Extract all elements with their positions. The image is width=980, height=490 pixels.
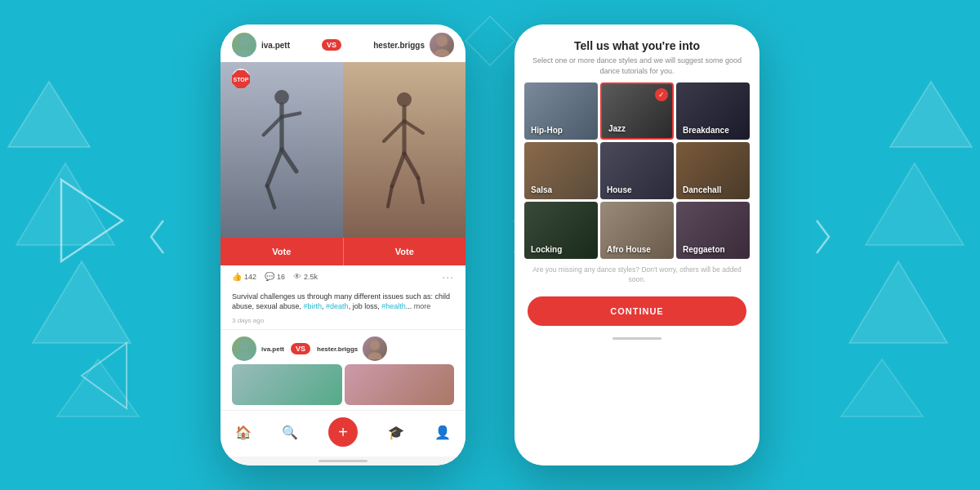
continue-button[interactable]: CONTINUE	[528, 296, 746, 326]
battle-image-right	[343, 62, 466, 238]
hashtag-health: #health	[381, 302, 406, 310]
dancer-silhouette-right	[343, 62, 466, 238]
genre-afrohouse-bg: Afro House	[600, 202, 674, 259]
comments-stat: 💬 16	[265, 272, 285, 281]
vote-button-left[interactable]: Vote	[220, 238, 343, 265]
nav-search[interactable]: 🔍	[282, 425, 298, 440]
genre-salsa-bg: Salsa	[524, 142, 598, 199]
hashtag-birth: #birth	[304, 302, 323, 310]
genre-subtitle: Select one or more dance styles and we w…	[531, 56, 743, 76]
home-indicator	[318, 460, 368, 462]
home-indicator-right	[612, 337, 662, 340]
second-battle-preview: iva.pett VS hester.briggs	[220, 329, 466, 364]
svg-line-29	[418, 178, 423, 203]
genre-reggaeton[interactable]: Reggaeton	[676, 202, 750, 259]
user-right-info: hester.briggs	[373, 33, 454, 57]
vs-badge2: VS	[291, 343, 310, 354]
genre-hiphop[interactable]: Hip-Hop	[524, 82, 598, 140]
svg-line-18	[282, 114, 300, 117]
genre-house[interactable]: House	[600, 142, 674, 199]
dancer-silhouette-left	[220, 62, 343, 238]
svg-line-28	[404, 154, 418, 178]
genre-afrohouse[interactable]: Afro House	[600, 202, 674, 259]
genre-hiphop-bg: Hip-Hop	[524, 82, 598, 140]
svg-point-32	[370, 341, 380, 350]
avatar2-left	[232, 336, 256, 361]
genre-header: Tell us what you're into Select one or m…	[514, 24, 760, 82]
vote-row: Vote Vote	[220, 238, 466, 265]
more-options[interactable]: ···	[442, 270, 454, 283]
genre-locking[interactable]: Locking	[524, 202, 598, 259]
username2-left: iva.pett	[261, 345, 284, 353]
svg-point-11	[238, 35, 250, 47]
genre-title: Tell us what you're into	[531, 39, 743, 52]
svg-point-31	[237, 352, 251, 359]
svg-point-14	[434, 49, 450, 57]
genre-locking-bg: Locking	[524, 202, 598, 259]
genre-missing-text: Are you missing any dance styles? Don't …	[514, 259, 760, 292]
svg-line-24	[384, 121, 404, 141]
post-stats: 👍 142 💬 16 👁 2.5k ···	[220, 265, 466, 288]
svg-line-20	[267, 186, 274, 208]
username2-right: hester.briggs	[317, 345, 358, 353]
user2-right-info: hester.briggs	[317, 336, 387, 361]
genre-salsa-label: Salsa	[531, 185, 552, 194]
views-icon: 👁	[293, 272, 301, 281]
nav-profile[interactable]: 👤	[434, 425, 451, 440]
user2-left-info: iva.pett	[232, 336, 284, 361]
genre-grid: Hip-Hop Jazz ✓ Breakdance	[514, 82, 760, 259]
avatar-left	[232, 33, 256, 57]
avatar2-right	[363, 336, 387, 361]
phones-container: iva.pett VS hester.briggs ⊕	[0, 0, 980, 490]
genre-reggaeton-bg: Reggaeton	[676, 202, 750, 259]
post-caption: Survival challenges us through many diff…	[220, 288, 466, 315]
genre-house-bg: House	[600, 142, 674, 199]
genre-afrohouse-label: Afro House	[607, 245, 651, 254]
svg-line-27	[388, 186, 392, 207]
bottom-nav: 🏠 🔍 + 🎓 👤	[220, 410, 466, 457]
likes-stat: 👍 142	[232, 272, 256, 281]
vs-badge: VS	[322, 39, 341, 51]
nav-learn[interactable]: 🎓	[388, 425, 404, 440]
preview-left	[232, 364, 342, 405]
svg-point-13	[436, 35, 448, 47]
preview-right	[345, 364, 455, 405]
battle-header: iva.pett VS hester.briggs	[220, 24, 466, 62]
svg-point-30	[239, 341, 249, 350]
genre-breakdance-label: Breakdance	[683, 126, 729, 135]
svg-line-26	[392, 154, 404, 186]
user-left-info: iva.pett	[232, 33, 290, 57]
right-phone: Tell us what you're into Select one or m…	[514, 24, 760, 466]
nav-home[interactable]: 🏠	[235, 425, 252, 440]
svg-line-17	[264, 117, 282, 135]
vote-button-right[interactable]: Vote	[343, 238, 466, 265]
username-left: iva.pett	[261, 41, 290, 50]
likes-icon: 👍	[232, 272, 242, 281]
svg-point-12	[236, 49, 252, 57]
comments-icon: 💬	[265, 272, 274, 281]
svg-line-19	[267, 149, 282, 185]
genre-salsa[interactable]: Salsa	[524, 142, 598, 199]
nav-add[interactable]: +	[328, 417, 358, 447]
genre-breakdance[interactable]: Breakdance	[676, 82, 750, 140]
username-right: hester.briggs	[373, 41, 425, 50]
svg-point-22	[397, 92, 412, 107]
genre-reggaeton-label: Reggaeton	[683, 245, 725, 254]
genre-jazz-label: Jazz	[608, 124, 626, 133]
post-time: 3 days ago	[220, 315, 466, 329]
genre-jazz[interactable]: Jazz ✓	[600, 82, 674, 140]
hashtag-death: #death	[326, 302, 349, 310]
battle-image-left: ⊕ STOP	[220, 62, 343, 238]
svg-line-21	[282, 149, 296, 172]
avatar-right	[430, 33, 454, 57]
left-phone: iva.pett VS hester.briggs ⊕	[220, 24, 466, 466]
svg-line-25	[404, 121, 423, 133]
battle-images: ⊕ STOP	[220, 62, 466, 238]
genre-hiphop-label: Hip-Hop	[531, 126, 563, 135]
genre-locking-label: Locking	[531, 245, 562, 254]
genre-dancehall-label: Dancehall	[683, 185, 721, 194]
genre-breakdance-bg: Breakdance	[676, 82, 750, 140]
svg-point-33	[368, 352, 382, 359]
genre-house-label: House	[607, 185, 632, 194]
genre-dancehall[interactable]: Dancehall	[676, 142, 750, 199]
